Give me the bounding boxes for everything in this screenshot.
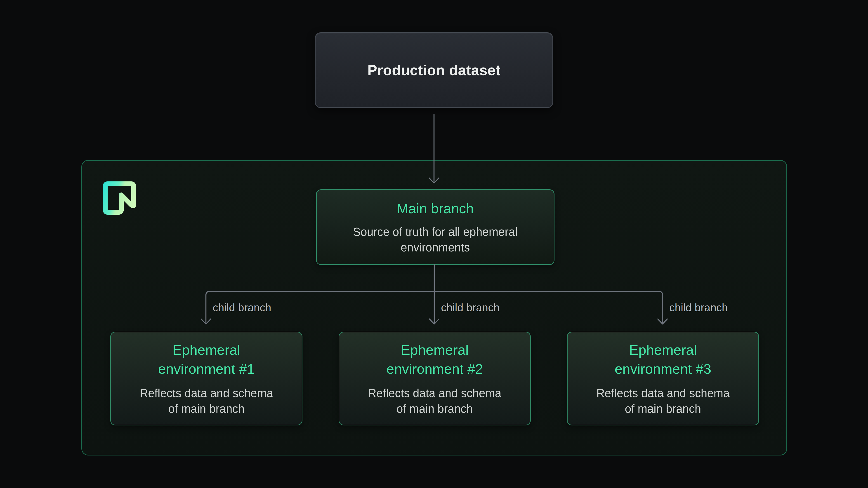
- env1-title-line2: environment #1: [158, 359, 254, 379]
- env3-subtitle-line1: Reflects data and schema: [596, 386, 730, 401]
- env2-title-line1: Ephemeral: [386, 340, 483, 359]
- neon-logo-path: [105, 184, 134, 213]
- env2-subtitle-line2: of main branch: [368, 401, 501, 417]
- env3-subtitle-line2: of main branch: [596, 401, 730, 417]
- main-branch-node: Main branch Source of truth for all ephe…: [316, 189, 555, 265]
- ephemeral-environment-1-title: Ephemeral environment #1: [158, 340, 254, 379]
- production-dataset-title: Production dataset: [368, 62, 501, 78]
- main-branch-subtitle-line2: environments: [353, 240, 518, 255]
- ephemeral-environment-2-subtitle: Reflects data and schema of main branch: [368, 386, 501, 417]
- child-branch-label-3: child branch: [669, 301, 728, 314]
- child-branch-label-1: child branch: [213, 301, 271, 314]
- neon-logo-icon: [103, 182, 136, 215]
- env3-title-line2: environment #3: [615, 359, 711, 379]
- ephemeral-environment-3-title: Ephemeral environment #3: [615, 340, 711, 379]
- diagram-canvas: Production dataset Main branch Source of…: [0, 0, 868, 488]
- child-branch-label-2: child branch: [441, 301, 500, 314]
- ephemeral-environment-2-title: Ephemeral environment #2: [386, 340, 483, 379]
- production-dataset-node: Production dataset: [315, 32, 553, 108]
- ephemeral-environment-1-node: Ephemeral environment #1 Reflects data a…: [110, 332, 303, 425]
- env1-subtitle-line1: Reflects data and schema: [140, 386, 273, 401]
- env2-subtitle-line1: Reflects data and schema: [368, 386, 501, 401]
- main-branch-subtitle: Source of truth for all ephemeral enviro…: [353, 224, 518, 255]
- ephemeral-environment-1-subtitle: Reflects data and schema of main branch: [140, 386, 273, 417]
- env1-title-line1: Ephemeral: [158, 340, 254, 359]
- env3-title-line1: Ephemeral: [615, 340, 711, 359]
- main-branch-title: Main branch: [397, 199, 474, 218]
- ephemeral-environment-3-subtitle: Reflects data and schema of main branch: [596, 386, 730, 417]
- env1-subtitle-line2: of main branch: [140, 401, 273, 417]
- main-branch-subtitle-line1: Source of truth for all ephemeral: [353, 224, 518, 240]
- env2-title-line2: environment #2: [386, 359, 483, 379]
- ephemeral-environment-3-node: Ephemeral environment #3 Reflects data a…: [567, 332, 759, 425]
- ephemeral-environment-2-node: Ephemeral environment #2 Reflects data a…: [339, 332, 531, 425]
